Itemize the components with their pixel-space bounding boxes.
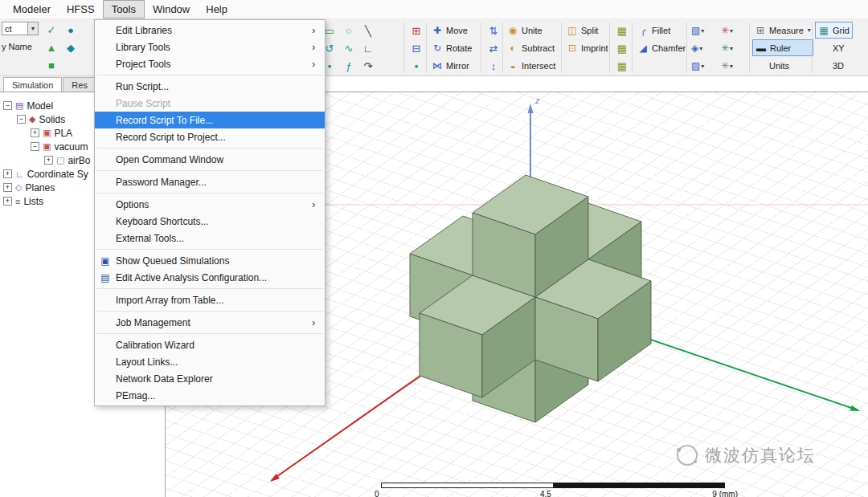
boolean-dropdown-button[interactable]: ▧▾ bbox=[690, 22, 719, 39]
tools-menu-item-calibration-wizard[interactable]: Calibration Wizard bbox=[95, 336, 325, 353]
split-label: Split bbox=[581, 26, 598, 35]
project-combo-value: ct bbox=[2, 24, 27, 34]
relative-cs-icon[interactable]: ⊟ bbox=[407, 39, 426, 57]
surface-dropdown-icon: ◈ bbox=[691, 43, 698, 54]
align-vertical-icon[interactable]: ⇅ bbox=[484, 22, 503, 39]
unite-button[interactable]: ◉ Unite bbox=[505, 22, 558, 39]
menu-item-label: Calibration Wizard bbox=[116, 340, 312, 351]
rotate-icon: ↻ bbox=[432, 43, 443, 54]
mirror-grid-icon[interactable]: ▦ bbox=[612, 57, 632, 75]
fields-icon[interactable]: ■ bbox=[42, 56, 61, 74]
tools-menu-item-library-tools[interactable]: Library Tools› bbox=[95, 39, 325, 55]
measure-button[interactable]: ⊞ Measure ▾ bbox=[752, 22, 813, 39]
menu-item-label: External Tools... bbox=[116, 233, 312, 244]
model-icon: ▤ bbox=[15, 100, 23, 111]
scale-mid-label: 4.5 bbox=[540, 490, 551, 497]
array-icon[interactable]: ⊞ bbox=[407, 22, 426, 39]
combo-caret-icon[interactable]: ▾ bbox=[27, 22, 38, 35]
rotate-button[interactable]: ↻ Rotate bbox=[429, 39, 474, 56]
tools-menu-item-project-tools[interactable]: Project Tools› bbox=[95, 55, 325, 72]
expand-icon[interactable]: + bbox=[3, 183, 12, 192]
solid-dropdown-icon: ▨ bbox=[691, 60, 700, 71]
menubar-item-help[interactable]: Help bbox=[198, 0, 235, 18]
mirror-button[interactable]: ⋈ Mirror bbox=[429, 57, 474, 74]
tab-results[interactable]: Res bbox=[63, 77, 96, 92]
menu-item-label: Library Tools bbox=[116, 42, 312, 53]
tab-simulation[interactable]: Simulation bbox=[3, 77, 62, 92]
tools-menu-item-run-script[interactable]: Run Script... bbox=[95, 78, 325, 95]
imprint-button[interactable]: ⊡ Imprint bbox=[564, 39, 611, 56]
xy-view-button[interactable]: XY bbox=[815, 39, 853, 56]
polyline-icon[interactable]: ∟ bbox=[358, 39, 378, 57]
optimetrics-icon[interactable]: ▲ bbox=[42, 39, 61, 56]
expand-icon[interactable]: + bbox=[31, 128, 39, 137]
caret-down-icon: ▾ bbox=[730, 63, 733, 70]
tools-menu-item-import-array-from-table[interactable]: Import Array from Table... bbox=[95, 291, 325, 308]
menubar-item-hfss[interactable]: HFSS bbox=[59, 0, 103, 18]
menu-item-label: Password Manager... bbox=[116, 177, 312, 188]
solid-dropdown-button[interactable]: ▨▾ bbox=[690, 57, 719, 75]
axis-dropdown-button[interactable]: ✳▾ bbox=[719, 39, 748, 57]
duplicate-grid-icon[interactable]: ▦ bbox=[612, 39, 632, 57]
split-icon: ◫ bbox=[567, 25, 578, 36]
results-icon[interactable]: ◆ bbox=[61, 39, 80, 56]
collapse-icon[interactable]: − bbox=[17, 115, 26, 124]
tools-menu-item-pause-script[interactable]: Pause Script bbox=[95, 95, 325, 112]
chamfer-button[interactable]: ◢ Chamfer bbox=[635, 39, 688, 56]
expand-icon[interactable]: + bbox=[44, 156, 53, 165]
tools-menu-item-job-management[interactable]: Job Management› bbox=[95, 314, 325, 331]
sweep-icon[interactable]: ↷ bbox=[358, 57, 378, 75]
units-button[interactable]: Units bbox=[752, 57, 813, 74]
tools-menu-item-record-script-to-project[interactable]: Record Script to Project... bbox=[95, 128, 325, 145]
align-horizontal-icon[interactable]: ⇄ bbox=[484, 39, 503, 57]
move-label: Move bbox=[446, 26, 468, 35]
subtract-button[interactable]: ◐ Subtract bbox=[505, 39, 558, 56]
menubar: ModelerHFSSToolsWindowHelp bbox=[0, 0, 868, 19]
tools-menu-item-external-tools[interactable]: External Tools... bbox=[95, 230, 325, 246]
move-button[interactable]: ✚ Move bbox=[429, 22, 474, 39]
ellipse-icon[interactable]: ○ bbox=[339, 22, 358, 39]
cs-dropdown-button[interactable]: ✳▾ bbox=[719, 22, 748, 39]
validate-icon[interactable]: ✓ bbox=[42, 21, 61, 39]
line-icon[interactable]: ╲ bbox=[358, 22, 378, 39]
collapse-icon[interactable]: − bbox=[31, 142, 39, 151]
menu-item-label: Edit Libraries bbox=[116, 25, 312, 36]
tools-menu-item-open-command-window[interactable]: Open Command Window bbox=[95, 151, 325, 168]
expand-icon[interactable]: + bbox=[3, 169, 12, 178]
rotate-label: Rotate bbox=[446, 43, 472, 53]
tools-menu-item-keyboard-shortcuts[interactable]: Keyboard Shortcuts... bbox=[95, 213, 325, 230]
tools-menu-item-options[interactable]: Options› bbox=[95, 196, 325, 213]
menubar-item-window[interactable]: Window bbox=[145, 0, 198, 18]
analyze-icon[interactable]: ● bbox=[61, 21, 80, 39]
intersect-button[interactable]: ◒ Intersect bbox=[505, 57, 558, 74]
split-button[interactable]: ◫ Split bbox=[564, 22, 611, 39]
tools-menu-item-edit-active-analysis-configuration[interactable]: ▤Edit Active Analysis Configuration... bbox=[95, 269, 325, 286]
tools-menu-item-password-manager[interactable]: Password Manager... bbox=[95, 173, 325, 190]
model-3d-plus-object[interactable] bbox=[410, 175, 651, 422]
grid-toggle-button[interactable]: ▦ Grid bbox=[815, 22, 853, 39]
collapse-icon[interactable]: − bbox=[3, 101, 12, 110]
tools-menu-item-edit-libraries[interactable]: Edit Libraries› bbox=[95, 22, 325, 39]
menubar-item-modeler[interactable]: Modeler bbox=[5, 0, 59, 18]
tools-menu-item-layout-links[interactable]: Layout Links... bbox=[95, 353, 325, 370]
fillet-button[interactable]: ╭ Fillet bbox=[635, 22, 688, 39]
equation-curve-icon[interactable]: ƒ bbox=[339, 57, 358, 75]
surface-dropdown-button[interactable]: ◈▾ bbox=[690, 39, 719, 57]
menubar-item-tools[interactable]: Tools bbox=[103, 0, 145, 18]
array-grid-icon[interactable]: ▦ bbox=[612, 22, 632, 39]
plane-dropdown-icon: ✳ bbox=[721, 60, 729, 71]
spline-icon[interactable]: ∿ bbox=[339, 39, 358, 57]
tools-menu-item-pemag[interactable]: PEmag... bbox=[95, 387, 325, 404]
point-snap-icon[interactable]: ▪ bbox=[407, 57, 426, 75]
project-combo[interactable]: ct ▾ bbox=[2, 22, 39, 35]
fillet-group: ╭ Fillet ◢ Chamfer bbox=[635, 22, 688, 57]
distribute-icon[interactable]: ↕ bbox=[484, 57, 503, 75]
expand-icon[interactable]: + bbox=[3, 197, 12, 206]
tools-menu-item-record-script-to-file[interactable]: Record Script To File... bbox=[95, 112, 325, 128]
plane-dropdown-button[interactable]: ✳▾ bbox=[719, 57, 748, 75]
material-icon: ▣ bbox=[43, 141, 51, 152]
view-3d-button[interactable]: 3D bbox=[815, 57, 853, 74]
tools-menu-item-network-data-explorer[interactable]: Network Data Explorer bbox=[95, 370, 325, 387]
tools-menu-item-show-queued-simulations[interactable]: ▣Show Queued Simulations bbox=[95, 252, 325, 269]
ruler-button[interactable]: ▬ Ruler bbox=[752, 39, 813, 56]
